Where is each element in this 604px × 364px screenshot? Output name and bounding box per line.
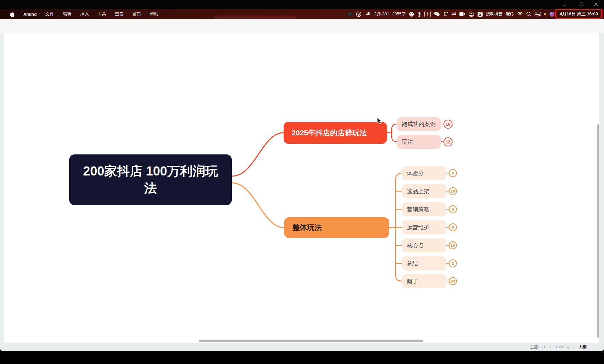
collapsed-count-badge[interactable]: 6 xyxy=(449,169,457,177)
smiley-icon[interactable] xyxy=(409,9,414,19)
collapsed-count-badge[interactable]: 10 xyxy=(449,241,457,249)
screen: Xmind 文件 编辑 插入 工具 查看 窗口 帮助 2@·381 2955字 xyxy=(0,0,604,364)
control-center-icon[interactable] xyxy=(534,9,541,19)
collapsed-count-badge[interactable]: 20 xyxy=(449,277,457,285)
subtopic-marketing-strategy[interactable]: 营销策略 xyxy=(402,202,446,216)
statusbar-divider xyxy=(574,345,574,349)
collapsed-count-badge[interactable]: 12 xyxy=(443,137,452,146)
workspace: 200家抖店 100万利润玩法 2025年抖店的店群玩法 跑成功的案例 16 玩… xyxy=(0,33,604,351)
menubar-status-area: 2@·381 2955字 中 44 xyxy=(347,9,600,19)
zoom-level-label: 150% xyxy=(556,345,565,349)
zoom-control[interactable]: 150% xyxy=(556,345,569,349)
background-window-artifact xyxy=(214,16,296,19)
gauge-icon[interactable] xyxy=(443,9,448,19)
subtopic-success-cases[interactable]: 跑成功的案例 xyxy=(397,117,441,131)
menu-insert[interactable]: 插入 xyxy=(76,9,93,19)
sogou-label: 搜狗拼音 xyxy=(486,11,503,17)
outline-toggle[interactable]: 大纲 xyxy=(579,344,587,350)
mindmap-canvas[interactable]: 200家抖店 100万利润玩法 2025年抖店的店群玩法 跑成功的案例 16 玩… xyxy=(4,33,599,343)
camera-icon[interactable] xyxy=(459,9,466,19)
statusbar-divider xyxy=(550,345,551,349)
collapsed-count-badge[interactable]: 19 xyxy=(449,187,457,195)
subtopic-community[interactable]: 圈子 xyxy=(402,274,446,288)
battery-icon[interactable] xyxy=(506,9,514,19)
wechat-icon[interactable] xyxy=(434,9,440,19)
gauge-value-label: 44 xyxy=(451,12,456,16)
share-count-label: 2@·381 xyxy=(374,12,389,16)
sogou-icon[interactable] xyxy=(477,9,483,19)
menubar-app-name[interactable]: Xmind xyxy=(19,9,41,19)
search-icon[interactable] xyxy=(526,9,531,19)
notification-dot xyxy=(544,9,546,19)
xmind-header: 200家抖店 100万利润玩法 已编辑 主题 细分主题 联系 概要 外框 标记 xyxy=(0,19,604,33)
chevron-down-icon xyxy=(567,345,570,348)
menu-file[interactable]: 文件 xyxy=(41,9,59,19)
menubar-clock[interactable]: 4月16日 周三 16:00 xyxy=(558,11,600,17)
macos-menubar: Xmind 文件 编辑 插入 工具 查看 窗口 帮助 2@·381 2955字 xyxy=(0,9,604,19)
apple-menu-icon[interactable] xyxy=(5,9,19,19)
branch-topic-2025[interactable]: 2025年抖店的店群玩法 xyxy=(284,122,387,144)
microphone-icon[interactable] xyxy=(417,9,421,19)
remote-window-titlebar xyxy=(0,0,604,9)
menu-window[interactable]: 窗口 xyxy=(128,9,145,19)
mouse-cursor xyxy=(377,117,383,125)
menu-help[interactable]: 帮助 xyxy=(145,9,163,19)
bottom-black-strip xyxy=(0,351,604,364)
wifi-icon[interactable] xyxy=(517,9,523,19)
account-icon[interactable] xyxy=(469,9,474,19)
input-source-icon[interactable]: 中 xyxy=(424,11,431,17)
datetime-label: 4月16日 周三 16:00 xyxy=(560,11,598,16)
collapsed-count-badge[interactable]: 6 xyxy=(449,223,457,231)
bird-counter-icon[interactable] xyxy=(365,9,371,19)
subtopic-operations[interactable]: 运营维护 xyxy=(402,220,446,234)
menu-view[interactable]: 查看 xyxy=(111,9,128,19)
siri-icon[interactable] xyxy=(549,9,555,19)
collapsed-count-badge[interactable]: 8 xyxy=(449,205,457,213)
subtopic-summary[interactable]: 总结 xyxy=(402,256,446,270)
collapsed-count-badge[interactable]: 16 xyxy=(443,120,452,129)
subtopic-experience-score[interactable]: 体验分 xyxy=(402,166,446,180)
screen-share-icon[interactable] xyxy=(347,9,353,19)
statusbar: 主题: 111 150% 大纲 xyxy=(4,343,599,351)
close-icon[interactable] xyxy=(593,1,599,7)
record-indicator-icon[interactable] xyxy=(356,9,362,19)
menu-edit[interactable]: 编辑 xyxy=(59,9,76,19)
root-topic[interactable]: 200家抖店 100万利润玩法 xyxy=(69,154,232,205)
menubar-left: Xmind 文件 编辑 插入 工具 查看 窗口 帮助 xyxy=(0,9,163,19)
branch-topic-overall[interactable]: 整体玩法 xyxy=(284,217,389,238)
vertical-scrollbar[interactable] xyxy=(597,124,599,338)
topic-count-label: 主题: 111 xyxy=(530,345,546,350)
subtopic-key-points[interactable]: 核心点 xyxy=(402,238,446,252)
maximize-icon[interactable] xyxy=(578,1,585,7)
collapsed-count-badge[interactable]: 2 xyxy=(449,259,457,267)
subtopic-product-listing[interactable]: 选品上架 xyxy=(402,184,446,198)
subtopic-playbook[interactable]: 玩法 xyxy=(397,135,441,149)
word-count-label: 2955字 xyxy=(392,11,406,17)
menu-tools[interactable]: 工具 xyxy=(93,9,111,19)
minimize-icon[interactable] xyxy=(561,1,568,7)
horizontal-scrollbar[interactable] xyxy=(199,340,423,342)
